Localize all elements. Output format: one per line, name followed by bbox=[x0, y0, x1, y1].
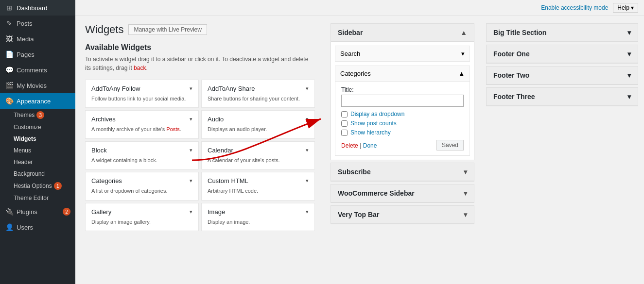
very-top-bar-header[interactable]: Very Top Bar ▾ bbox=[331, 206, 474, 224]
customize-label: Customize bbox=[14, 124, 41, 131]
sidebar-sub-hestia[interactable]: Hestia Options 1 bbox=[0, 180, 75, 192]
widget-name: Image bbox=[208, 208, 225, 216]
widget-addtoany-follow[interactable]: AddToAny Follow ▾ Follow buttons link to… bbox=[85, 80, 199, 108]
dropdown-checkbox-row: Display as dropdown bbox=[341, 111, 464, 117]
sidebar-item-appearance[interactable]: 🎨 Appearance bbox=[0, 93, 75, 109]
sidebar-sub-menus[interactable]: Menus bbox=[0, 145, 75, 156]
menus-label: Menus bbox=[14, 147, 31, 154]
posts-icon: ✎ bbox=[5, 19, 14, 27]
widget-name: Custom HTML bbox=[208, 177, 248, 184]
very-top-bar-expand-icon: ▾ bbox=[464, 211, 467, 218]
sidebar-label-appearance: Appearance bbox=[17, 98, 51, 105]
subscribe-expand-icon: ▾ bbox=[464, 168, 467, 176]
widget-expand-icon: ▾ bbox=[306, 116, 309, 122]
categories-widget-slot: Categories ▲ Title: Display as dropdown bbox=[335, 66, 470, 156]
search-widget-header[interactable]: Search ▾ bbox=[335, 46, 470, 61]
sidebar-item-dashboard[interactable]: ⊞ Dashboard bbox=[0, 0, 75, 16]
widget-audio[interactable]: Audio ▾ Displays an audio player. bbox=[201, 110, 315, 138]
sidebar-area-header[interactable]: Sidebar ▲ bbox=[331, 24, 474, 42]
woocommerce-title: WooCommerce Sidebar bbox=[338, 189, 415, 197]
live-preview-button[interactable]: Manage with Live Preview bbox=[128, 24, 207, 35]
widget-categories[interactable]: Categories ▾ A list or dropdown of categ… bbox=[85, 172, 199, 200]
pages-icon: 📄 bbox=[5, 50, 14, 58]
footer-two-expand-icon: ▾ bbox=[627, 71, 631, 79]
footer-one-header[interactable]: Footer One ▾ bbox=[487, 45, 638, 63]
widget-archives[interactable]: Archives ▾ A monthly archive of your sit… bbox=[85, 110, 199, 138]
sidebar-sub-background[interactable]: Background bbox=[0, 168, 75, 180]
search-widget-name: Search bbox=[340, 50, 360, 57]
big-title-section-area: Big Title Section ▾ bbox=[486, 23, 638, 42]
users-icon: 👤 bbox=[5, 223, 14, 231]
widget-addtoany-share[interactable]: AddToAny Share ▾ Share buttons for shari… bbox=[201, 80, 315, 108]
show-post-counts-label: Show post counts bbox=[350, 120, 397, 127]
widget-expand-icon: ▾ bbox=[306, 147, 309, 153]
widget-expand-icon: ▾ bbox=[190, 178, 192, 184]
widget-expand-icon: ▾ bbox=[306, 178, 309, 184]
main-content: Enable accessibility mode Help ▾ Widgets… bbox=[75, 0, 644, 284]
media-icon: 🖼 bbox=[5, 35, 14, 43]
title-field-label: Title: bbox=[341, 86, 464, 93]
widget-desc: A widget containing a block. bbox=[91, 157, 192, 164]
footer-two-label: Footer Two bbox=[493, 71, 529, 79]
widget-desc: A monthly archive of your site's Posts. bbox=[91, 126, 192, 133]
widget-calendar[interactable]: Calendar ▾ A calendar of your site's pos… bbox=[201, 141, 315, 169]
posts-link[interactable]: Posts bbox=[166, 126, 180, 132]
widget-expand-icon: ▾ bbox=[190, 209, 192, 215]
sidebar-sub-header[interactable]: Header bbox=[0, 156, 75, 168]
sidebar-area-title: Sidebar bbox=[338, 29, 363, 36]
show-post-counts-checkbox[interactable] bbox=[341, 120, 348, 127]
widget-name: Categories bbox=[91, 177, 122, 184]
sidebar-sub-widgets[interactable]: Widgets bbox=[0, 133, 75, 145]
sidebar-sub-themes[interactable]: Themes 3 bbox=[0, 109, 75, 121]
footer-three-header[interactable]: Footer Three ▾ bbox=[487, 88, 638, 106]
sidebar-sub-theme-editor[interactable]: Theme Editor bbox=[0, 192, 75, 204]
search-widget-expand-icon: ▾ bbox=[461, 50, 465, 57]
widgets-label: Widgets bbox=[14, 135, 36, 142]
sidebar-item-users[interactable]: 👤 Users bbox=[0, 219, 75, 235]
widget-expand-icon: ▾ bbox=[190, 85, 192, 92]
saved-button: Saved bbox=[436, 140, 464, 150]
sidebar-label-dashboard: Dashboard bbox=[17, 4, 48, 12]
widget-image[interactable]: Image ▾ Display an image. bbox=[201, 203, 315, 231]
widget-name: Block bbox=[91, 147, 107, 154]
big-title-header[interactable]: Big Title Section ▾ bbox=[487, 24, 638, 42]
subscribe-area-header[interactable]: Subscribe ▾ bbox=[331, 163, 474, 181]
widget-gallery[interactable]: Gallery ▾ Display an image gallery. bbox=[85, 203, 199, 231]
theme-editor-label: Theme Editor bbox=[14, 195, 49, 201]
sidebar-item-pages[interactable]: 📄 Pages bbox=[0, 47, 75, 62]
woocommerce-sidebar-area: WooCommerce Sidebar ▾ bbox=[331, 184, 474, 203]
widget-desc: Display an image. bbox=[208, 218, 309, 226]
page-title-row: Widgets Manage with Live Preview bbox=[85, 23, 315, 36]
widget-expand-icon: ▾ bbox=[190, 147, 192, 153]
widget-name: Audio bbox=[208, 116, 224, 123]
footer-two-header[interactable]: Footer Two ▾ bbox=[487, 67, 638, 84]
widget-block[interactable]: Block ▾ A widget containing a block. bbox=[85, 141, 199, 169]
widget-name: AddToAny Follow bbox=[91, 85, 140, 92]
sidebar-sub-customize[interactable]: Customize bbox=[0, 121, 75, 133]
hestia-label: Hestia Options bbox=[14, 183, 52, 189]
title-field-input[interactable] bbox=[341, 95, 464, 107]
done-link[interactable]: Done bbox=[363, 142, 377, 149]
sidebar-item-media[interactable]: 🖼 Media bbox=[0, 31, 75, 47]
show-hierarchy-checkbox[interactable] bbox=[341, 130, 348, 136]
help-button[interactable]: Help ▾ bbox=[613, 3, 638, 13]
delete-link[interactable]: Delete bbox=[341, 142, 358, 149]
sidebar-item-comments[interactable]: 💬 Comments bbox=[0, 62, 75, 78]
sidebar-label-posts: Posts bbox=[17, 20, 33, 27]
display-dropdown-checkbox[interactable] bbox=[341, 111, 348, 117]
categories-widget-name: Categories bbox=[340, 70, 371, 77]
sidebar-item-my-movies[interactable]: 🎬 My Movies bbox=[0, 78, 75, 93]
woocommerce-area-header[interactable]: WooCommerce Sidebar ▾ bbox=[331, 184, 474, 202]
post-counts-checkbox-row: Show post counts bbox=[341, 120, 464, 127]
sidebar-item-plugins[interactable]: 🔌 Plugins 2 bbox=[0, 204, 75, 219]
sidebar-item-posts[interactable]: ✎ Posts bbox=[0, 16, 75, 31]
widget-expand-icon: ▾ bbox=[190, 116, 192, 122]
categories-widget-header[interactable]: Categories ▲ bbox=[335, 66, 470, 81]
widget-custom-html[interactable]: Custom HTML ▾ Arbitrary HTML code. bbox=[201, 172, 315, 200]
page-title: Widgets bbox=[85, 23, 123, 36]
widget-name: AddToAny Share bbox=[208, 85, 255, 92]
sidebar-collapse-icon: ▲ bbox=[460, 29, 467, 36]
woocommerce-expand-icon: ▾ bbox=[464, 189, 467, 197]
back-link[interactable]: back bbox=[134, 65, 146, 71]
accessibility-link[interactable]: Enable accessibility mode bbox=[541, 4, 608, 11]
